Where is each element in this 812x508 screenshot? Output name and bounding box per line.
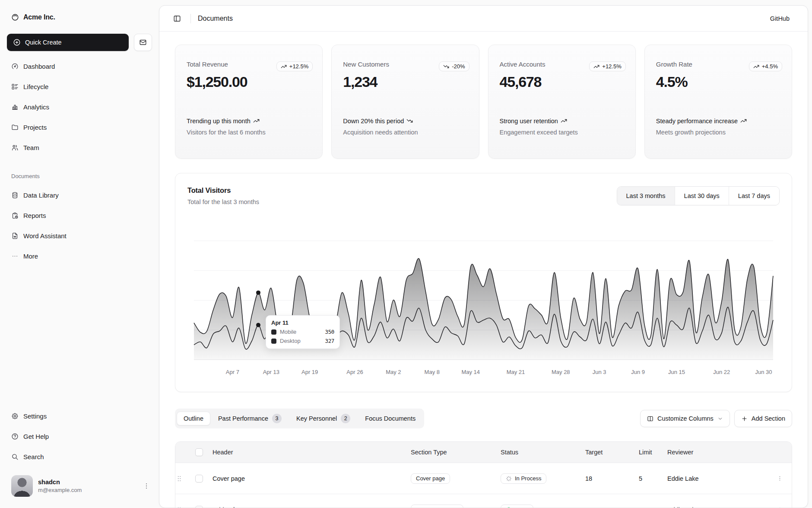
plus-circle-icon xyxy=(13,38,21,46)
sidebar-item-word-assistant[interactable]: Word Assistant xyxy=(7,227,152,244)
user-menu[interactable]: shadcn m@example.com xyxy=(7,475,152,497)
brand[interactable]: Acme Inc. xyxy=(7,8,152,27)
svg-text:Jun 3: Jun 3 xyxy=(593,369,606,375)
range-option-last-30-days[interactable]: Last 30 days xyxy=(675,187,729,205)
customize-columns-button[interactable]: Customize Columns xyxy=(640,410,730,427)
status-badge: Done xyxy=(501,505,533,508)
sidebar-item-reports[interactable]: Reports xyxy=(7,207,152,224)
sidebar-item-projects[interactable]: Projects xyxy=(7,119,152,135)
row-reviewer-cell[interactable]: Eddie Lake xyxy=(667,506,768,508)
tab-outline[interactable]: Outline xyxy=(177,412,210,425)
chart-tooltip: Apr 11 Mobile 350 Desktop 327 xyxy=(266,315,340,349)
sidebar-main-nav: Dashboard Lifecycle Analytics Projects T… xyxy=(7,58,152,156)
stat-footer-sub: Acquisition needs attention xyxy=(343,129,467,136)
svg-text:May 28: May 28 xyxy=(552,369,570,375)
tab-count-badge: 3 xyxy=(272,414,282,423)
sections-table: Header Section Type Status Target Limit … xyxy=(175,441,792,508)
user-email: m@example.com xyxy=(38,486,82,494)
sidebar-item-dashboard[interactable]: Dashboard xyxy=(7,58,152,74)
table-toolbar: Outline Past Performance 3 Key Personnel… xyxy=(175,409,792,428)
trending-down-icon xyxy=(443,64,449,70)
database-icon xyxy=(11,192,19,199)
row-target-cell[interactable]: 29 xyxy=(585,506,639,508)
stat-footer-title: Steady performance increase xyxy=(656,116,780,126)
stat-footer-sub: Meets growth projections xyxy=(656,129,780,136)
column-header: Header xyxy=(213,449,411,456)
area-chart-svg: Apr 7Apr 13Apr 19Apr 26May 2May 8May 14M… xyxy=(187,219,780,381)
avatar xyxy=(11,475,33,497)
sidebar-item-settings[interactable]: Settings xyxy=(7,408,152,424)
sidebar: Acme Inc. Quick Create Dashboard Lifecyc… xyxy=(0,0,159,508)
row-limit-cell[interactable]: 5 xyxy=(639,475,667,482)
inbox-button[interactable] xyxy=(134,34,152,51)
github-link[interactable]: GitHub xyxy=(770,15,790,22)
row-target-cell[interactable]: 18 xyxy=(585,475,639,482)
row-checkbox[interactable] xyxy=(195,506,203,508)
tab-focus-documents[interactable]: Focus Documents xyxy=(358,412,422,425)
user-menu-dots-icon[interactable] xyxy=(143,482,150,490)
sidebar-item-label: Get Help xyxy=(23,433,49,440)
select-all-checkbox[interactable] xyxy=(195,448,203,456)
brand-logo-icon xyxy=(11,13,19,21)
quick-create-button[interactable]: Quick Create xyxy=(7,34,129,51)
main-panel: Documents GitHub Total Revenue +12.5% $1… xyxy=(159,5,808,508)
sidebar-item-label: Word Assistant xyxy=(23,232,67,240)
row-status-cell: In Process xyxy=(501,473,585,484)
trend-badge: -20% xyxy=(439,61,469,71)
column-status: Status xyxy=(501,449,585,456)
table-row: Table of contents Table of contents Done… xyxy=(175,494,792,508)
row-checkbox[interactable] xyxy=(195,475,203,482)
sidebar-item-get-help[interactable]: Get Help xyxy=(7,428,152,444)
panel-left-icon xyxy=(173,15,181,22)
view-tabs: Outline Past Performance 3 Key Personnel… xyxy=(175,409,424,428)
sidebar-item-team[interactable]: Team xyxy=(7,139,152,156)
tab-past-performance[interactable]: Past Performance 3 xyxy=(211,410,289,427)
stat-value: $1,250.00 xyxy=(187,73,311,90)
sidebar-item-more[interactable]: More xyxy=(7,248,152,264)
tab-key-personnel[interactable]: Key Personnel 2 xyxy=(289,410,357,427)
row-header-cell[interactable]: Table of contents xyxy=(213,506,411,508)
main-header: Documents GitHub xyxy=(159,6,808,32)
sidebar-documents-nav: Data Library Reports Word Assistant More xyxy=(7,187,152,264)
svg-text:May 2: May 2 xyxy=(386,369,401,375)
section-type-badge: Table of contents xyxy=(411,505,463,508)
row-actions-button[interactable] xyxy=(773,503,786,508)
row-actions-button[interactable] xyxy=(773,472,786,485)
list-details-icon xyxy=(11,83,19,90)
check-circle-icon xyxy=(506,507,512,508)
range-option-last-3-months[interactable]: Last 3 months xyxy=(617,187,675,205)
plus-icon xyxy=(741,415,748,422)
sidebar-item-analytics[interactable]: Analytics xyxy=(7,99,152,115)
visitors-chart-card: Total Visitors Total for the last 3 mont… xyxy=(175,173,792,392)
stat-value: 45,678 xyxy=(500,73,624,90)
row-limit-cell[interactable]: 24 xyxy=(639,506,667,508)
sidebar-item-lifecycle[interactable]: Lifecycle xyxy=(7,78,152,95)
trend-badge: +4.5% xyxy=(749,61,782,71)
sidebar-toggle-button[interactable] xyxy=(171,12,184,25)
sidebar-item-data-library[interactable]: Data Library xyxy=(7,187,152,203)
content: Total Revenue +12.5% $1,250.00 Trending … xyxy=(159,32,808,508)
area-chart[interactable]: Apr 7Apr 13Apr 19Apr 26May 2May 8May 14M… xyxy=(187,219,780,381)
chart-range-toggle: Last 3 months Last 30 days Last 7 days xyxy=(617,186,780,205)
add-section-button[interactable]: Add Section xyxy=(734,410,792,427)
tab-count-badge: 2 xyxy=(341,414,350,423)
stat-cards: Total Revenue +12.5% $1,250.00 Trending … xyxy=(175,45,792,159)
svg-text:May 21: May 21 xyxy=(507,369,525,375)
column-reviewer: Reviewer xyxy=(667,449,768,456)
row-header-cell[interactable]: Cover page xyxy=(213,475,411,482)
stat-footer-title: Trending up this month xyxy=(187,116,311,126)
drag-handle-icon[interactable] xyxy=(175,506,183,508)
sidebar-group-label: Documents xyxy=(7,173,152,181)
dots-vertical-icon xyxy=(777,475,783,482)
row-reviewer-cell[interactable]: Eddie Lake xyxy=(667,475,768,482)
trending-up-icon xyxy=(740,118,747,124)
row-section-type-cell: Table of contents xyxy=(411,505,501,508)
svg-text:Jun 30: Jun 30 xyxy=(755,369,772,375)
sidebar-item-search[interactable]: Search xyxy=(7,448,152,465)
stat-card-total-revenue: Total Revenue +12.5% $1,250.00 Trending … xyxy=(175,45,323,159)
sidebar-spacer xyxy=(7,264,152,401)
sidebar-item-label: Settings xyxy=(23,412,47,420)
range-option-last-7-days[interactable]: Last 7 days xyxy=(729,187,779,205)
trending-up-icon xyxy=(561,118,567,124)
drag-handle-icon[interactable] xyxy=(175,475,183,482)
